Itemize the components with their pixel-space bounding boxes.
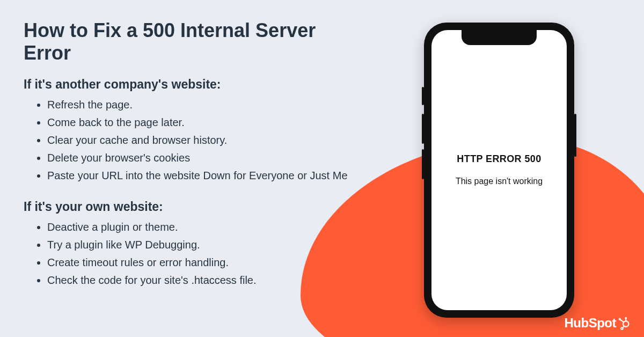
sprocket-icon	[617, 316, 631, 330]
list-item: Try a plugin like WP Debugging.	[47, 236, 367, 254]
phone-power-button	[574, 114, 576, 157]
list-item: Come back to the page later.	[47, 114, 367, 131]
phone-mockup: HTTP ERROR 500 This page isn't working	[424, 23, 574, 318]
list-item: Refresh the page.	[47, 96, 367, 114]
list-item: Delete your browser's cookies	[47, 149, 367, 167]
hubspot-logo: HubSpot	[565, 316, 631, 331]
brand-name: HubSpot	[565, 316, 616, 331]
section1-list: Refresh the page. Come back to the page …	[24, 96, 367, 185]
page-title: How to Fix a 500 Internal Server Error	[24, 19, 367, 64]
list-item: Clear your cache and browser history.	[47, 131, 367, 149]
list-item: Deactive a plugin or theme.	[47, 218, 367, 236]
main-content: How to Fix a 500 Internal Server Error I…	[24, 19, 367, 304]
error-subtitle: This page isn't working	[456, 175, 543, 187]
phone-mute-switch	[422, 87, 424, 105]
phone-notch	[462, 30, 537, 45]
svg-line-2	[620, 320, 624, 322]
svg-point-6	[621, 327, 623, 329]
section1-heading: If it's another company's website:	[24, 77, 367, 92]
list-item: Paste your URL into the website Down for…	[47, 167, 367, 185]
phone-volume-down	[422, 149, 424, 179]
svg-point-4	[625, 317, 627, 319]
list-item: Check the code for your site's .htaccess…	[47, 272, 367, 289]
list-item: Create timeout rules or error handling.	[47, 254, 367, 272]
section2-list: Deactive a plugin or theme. Try a plugin…	[24, 218, 367, 289]
phone-screen: HTTP ERROR 500 This page isn't working	[431, 30, 567, 310]
phone-volume-up	[422, 114, 424, 144]
error-title: HTTP ERROR 500	[457, 153, 541, 165]
section2-heading: If it's your own website:	[24, 200, 367, 214]
